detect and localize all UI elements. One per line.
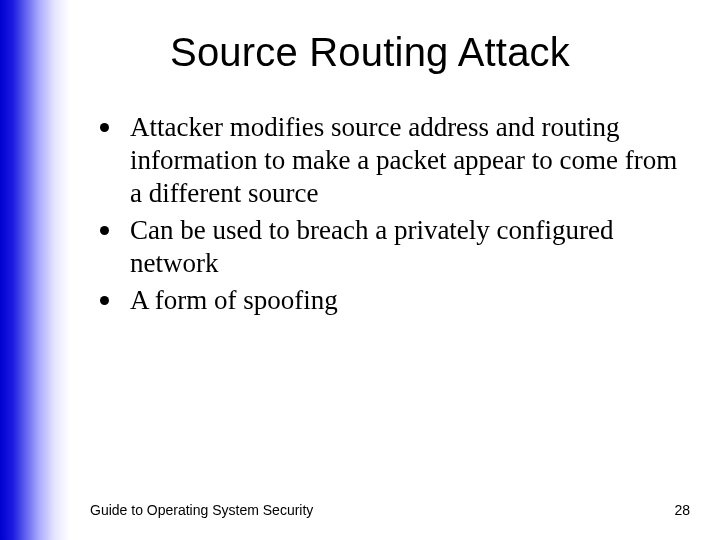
slide-title: Source Routing Attack: [50, 30, 690, 75]
footer-text: Guide to Operating System Security: [90, 502, 313, 518]
list-item: Attacker modifies source address and rou…: [96, 111, 690, 210]
page-number: 28: [674, 502, 690, 518]
list-item: Can be used to breach a privately config…: [96, 214, 690, 280]
slide-body: Source Routing Attack Attacker modifies …: [0, 0, 720, 540]
bullet-list: Attacker modifies source address and rou…: [90, 111, 690, 317]
list-item: A form of spoofing: [96, 284, 690, 317]
